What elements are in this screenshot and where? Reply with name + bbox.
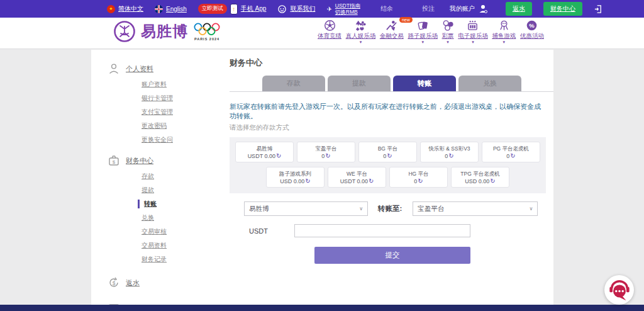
finance-center-button[interactable]: 财务中心 (543, 2, 582, 16)
wallet-card-hg[interactable]: HG 平台 0↻ (389, 167, 448, 188)
sidebar-section-rebate[interactable]: $ 返水 (108, 276, 226, 289)
nav-fishing[interactable]: 捕鱼游戏 ▾ (492, 20, 516, 43)
submit-button[interactable]: 提交 (314, 247, 470, 264)
refresh-icon[interactable]: ↻ (325, 153, 330, 159)
sidebar-item-bank-cards[interactable]: 银行卡管理 (138, 94, 226, 103)
transfer-to-label: 转账至: (378, 204, 402, 213)
refresh-icon[interactable]: ↻ (369, 178, 374, 184)
wallet-name: TPG 平台老虎机 (460, 171, 499, 178)
sidebar-finance-title: 财务中心 (126, 156, 153, 166)
wallet-name: PG 平台老虎机 (493, 145, 529, 153)
topbar: ★ 简体中文 English 立即测试 ↑ 手机 App 联系我们 ✈ USDT… (0, 0, 644, 18)
refresh-icon[interactable]: ↻ (418, 178, 423, 184)
bet-label: 投注 (422, 4, 435, 13)
refresh-icon[interactable]: ↻ (387, 153, 392, 159)
tab-bar: 存款 提款 转账 兑换 (262, 76, 553, 91)
wallet-card-tpg-slots[interactable]: TPG 平台老虎机 USD 0.00↻ (451, 167, 509, 188)
profile-links: 账户资料 银行卡管理 支付宝管理 更改密码 更换安全问 (138, 80, 226, 144)
nav-finance-trade-label: 金融交易 (380, 32, 404, 40)
sidebar-item-security-question[interactable]: 更换安全问 (138, 135, 226, 144)
balance-label: 结余 (380, 4, 393, 13)
brand-logo[interactable]: 易胜博 PARIS 2024 (113, 20, 221, 43)
fishing-game-icon (498, 20, 510, 31)
nav-luzi-casino[interactable]: 路子娱乐场 ▾ (408, 20, 438, 43)
chevron-down-icon: ▾ (360, 40, 362, 43)
sidebar-rebate-title: 返水 (126, 278, 140, 288)
nav-live-casino[interactable]: 真人娱乐场 ▾ (346, 20, 376, 43)
lottery-balls-icon (442, 20, 454, 31)
mobile-app-link[interactable]: 立即测试 ↑ 手机 App (198, 4, 267, 14)
nav-promotions-label: 优惠活动 (520, 32, 544, 40)
sidebar: 个人资料 账户资料 银行卡管理 支付宝管理 更改密码 更换安全问 $ 财务中心 … (91, 50, 226, 311)
main-content: 财务中心 存款 提款 转账 兑换 新玩家在转账前请先登入游戏厅一次。以及所有玩家… (230, 50, 553, 264)
wallet-name: 宝盈平台 (316, 145, 337, 153)
sidebar-item-transaction-info[interactable]: 交易资料 (138, 241, 226, 250)
wallet-card-baoying[interactable]: 宝盈平台 0↻ (297, 142, 355, 162)
sidebar-item-account-info[interactable]: 账户资料 (138, 80, 226, 89)
headset-icon (277, 4, 287, 14)
wallet-card-we[interactable]: WE 平台 USDT 0.00↻ (328, 167, 386, 188)
refresh-icon[interactable]: ↻ (490, 178, 495, 184)
sidebar-item-exchange[interactable]: 兑换 (138, 213, 226, 222)
olympic-rings-icon (193, 23, 221, 37)
usdt-switch[interactable]: ✈ USDT指南 切换RMB (326, 3, 360, 15)
sidebar-section-finance[interactable]: $ 财务中心 (108, 154, 226, 167)
refresh-icon[interactable]: ↻ (305, 178, 310, 184)
refresh-icon[interactable]: ↻ (448, 153, 453, 159)
phone-icon: ↑ (230, 4, 238, 14)
nav-sports[interactable]: 体育竞猜 (318, 20, 341, 43)
chevron-down-icon: ▾ (503, 40, 506, 43)
contact-us-label: 联系我们 (290, 4, 315, 13)
refresh-icon[interactable]: ↻ (276, 153, 281, 159)
chevron-down-icon: ▾ (472, 40, 474, 43)
sidebar-item-withdraw[interactable]: 提款 (138, 186, 226, 195)
chat-headset-icon (608, 278, 631, 302)
svg-text:%: % (530, 22, 535, 29)
nav-promotions[interactable]: % 优惠活动 (520, 20, 544, 43)
svg-text:$: $ (113, 159, 116, 165)
mobile-app-label: 手机 App (241, 4, 267, 13)
amount-input[interactable] (294, 224, 470, 237)
refresh-icon[interactable]: ↻ (510, 153, 515, 159)
main-nav: 体育竞猜 真人娱乐场 ▾ new 金融交易 路子娱乐场 ▾ (318, 20, 544, 43)
sidebar-item-alipay[interactable]: 支付宝管理 (138, 108, 226, 116)
sidebar-item-change-password[interactable]: 更改密码 (138, 122, 226, 130)
transfer-from-select[interactable]: 易胜博 ∨ (244, 201, 368, 216)
sidebar-item-deposit[interactable]: 存款 (138, 172, 226, 181)
test-now-badge[interactable]: 立即测试 (198, 4, 227, 14)
nav-lottery[interactable]: 彩票 ▾ (442, 20, 454, 43)
wallet-card-yishengbo[interactable]: 易胜博 USDT 0.00↻ (235, 142, 294, 162)
switch-rmb-label[interactable]: 切换RMB (335, 9, 358, 15)
wallet-card-bg[interactable]: BG 平台 0↻ (358, 142, 417, 162)
tab-deposit[interactable]: 存款 (262, 76, 325, 91)
language-en[interactable]: English (155, 5, 187, 13)
tab-transfer[interactable]: 转账 (393, 76, 456, 91)
customer-service-button[interactable] (604, 275, 634, 305)
language-zh-label: 简体中文 (118, 4, 143, 13)
tab-withdraw[interactable]: 提款 (328, 76, 391, 91)
sidebar-section-profile[interactable]: 个人资料 (108, 62, 226, 75)
my-account[interactable]: 我的账户 (450, 4, 488, 14)
tab-divider (230, 91, 553, 92)
sidebar-item-transaction-review[interactable]: 交易审核 (138, 227, 226, 236)
usdt-guide-label[interactable]: USDT指南 (335, 3, 360, 9)
language-zh[interactable]: ★ 简体中文 (107, 4, 143, 13)
sidebar-item-finance-records[interactable]: 财务记录 (138, 255, 226, 264)
page-title: 财务中心 (230, 57, 553, 69)
rebate-button[interactable]: 返水 (506, 2, 532, 16)
contact-us-link[interactable]: 联系我们 (277, 4, 315, 14)
slot-machine-icon (467, 20, 479, 31)
wallet-balances-panel: 易胜博 USDT 0.00↻ 宝盈平台 0↻ BG 平台 0↻ 快乐彩 & SS… (230, 137, 546, 193)
transfer-to-select[interactable]: 宝盈平台 ∨ (413, 201, 538, 216)
nav-slots-casino[interactable]: 电子娱乐场 ▾ (458, 20, 488, 43)
nav-finance-trade[interactable]: new 金融交易 (380, 20, 404, 43)
logout-icon[interactable] (594, 4, 603, 14)
avatar-icon[interactable] (478, 4, 488, 14)
cn-flag-icon: ★ (107, 5, 115, 13)
wallet-card-luzi-games[interactable]: 路子游戏系列 USD 0.00↻ (266, 167, 325, 188)
wallet-card-pg-slots[interactable]: PG 平台老虎机 0↻ (482, 142, 540, 162)
sidebar-item-transfer[interactable]: 转账 (138, 200, 226, 208)
wallet-card-happy-lottery[interactable]: 快乐彩 & SS彩V3 0↻ (420, 142, 479, 162)
wallet-name: 路子游戏系列 (279, 171, 311, 178)
tab-exchange[interactable]: 兑换 (458, 76, 521, 91)
